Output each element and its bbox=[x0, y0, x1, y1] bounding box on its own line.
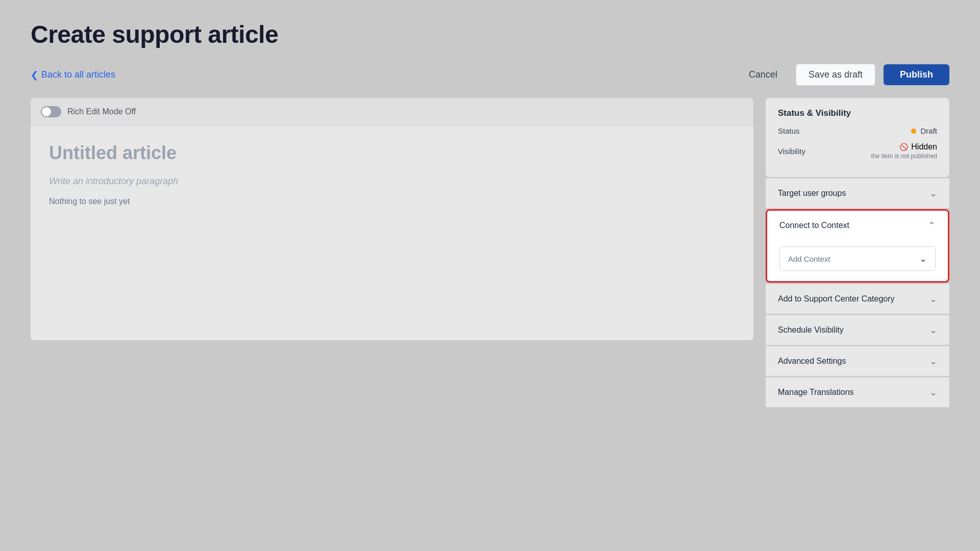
hidden-eye-icon: 🚫 bbox=[899, 143, 908, 151]
rich-edit-toggle[interactable] bbox=[41, 106, 61, 117]
support-center-title: Add to Support Center Category bbox=[778, 294, 895, 304]
rich-edit-bar: Rich Edit Mode Off bbox=[31, 98, 753, 126]
visibility-col: 🚫 Hidden the item is not published bbox=[871, 142, 937, 160]
add-context-label: Add Context bbox=[788, 255, 830, 263]
article-title[interactable]: Untitled article bbox=[49, 142, 735, 164]
advanced-settings-title: Advanced Settings bbox=[778, 357, 846, 366]
target-user-groups-header[interactable]: Target user groups ⌄ bbox=[766, 179, 949, 208]
schedule-visibility-header[interactable]: Schedule Visibility ⌄ bbox=[766, 315, 949, 345]
draft-dot-icon bbox=[911, 129, 916, 134]
back-to-articles-link[interactable]: ❮ Back to all articles bbox=[31, 69, 115, 81]
schedule-visibility-section: Schedule Visibility ⌄ bbox=[766, 315, 949, 345]
status-visibility-title: Status & Visibility bbox=[778, 108, 937, 118]
editor-body[interactable]: Untitled article Write an introductory p… bbox=[31, 126, 753, 340]
visibility-row: Visibility 🚫 Hidden the item is not publ… bbox=[778, 142, 937, 160]
add-context-dropdown[interactable]: Add Context ⌄ bbox=[779, 246, 936, 271]
page-title: Create support article bbox=[31, 20, 949, 48]
target-user-groups-section: Target user groups ⌄ bbox=[766, 178, 949, 208]
visibility-value: 🚫 Hidden bbox=[899, 142, 937, 152]
rich-edit-label: Rich Edit Mode Off bbox=[67, 107, 136, 116]
top-actions: Cancel Save as draft Publish bbox=[739, 64, 949, 86]
manage-translations-chevron-icon: ⌄ bbox=[929, 387, 937, 398]
connect-to-context-section: Connect to Context ⌃ Add Context ⌄ bbox=[766, 209, 949, 283]
connect-to-context-header[interactable]: Connect to Context ⌃ bbox=[767, 211, 948, 240]
add-context-chevron-icon: ⌄ bbox=[919, 253, 927, 264]
advanced-settings-header[interactable]: Advanced Settings ⌄ bbox=[766, 346, 949, 376]
schedule-visibility-chevron-icon: ⌄ bbox=[929, 324, 937, 336]
cancel-button[interactable]: Cancel bbox=[739, 64, 788, 85]
support-center-section: Add to Support Center Category ⌄ bbox=[766, 284, 949, 314]
manage-translations-header[interactable]: Manage Translations ⌄ bbox=[766, 378, 949, 407]
main-content: Rich Edit Mode Off Untitled article Writ… bbox=[31, 98, 949, 408]
back-link-label: Back to all articles bbox=[41, 69, 115, 80]
support-center-header[interactable]: Add to Support Center Category ⌄ bbox=[766, 284, 949, 314]
publish-button[interactable]: Publish bbox=[884, 64, 949, 85]
status-value: Draft bbox=[911, 127, 937, 135]
status-label: Status bbox=[778, 127, 800, 135]
connect-to-context-title: Connect to Context bbox=[779, 221, 849, 230]
sidebar-panel: Status & Visibility Status Draft Visibil… bbox=[766, 98, 949, 408]
status-row: Status Draft bbox=[778, 127, 937, 135]
back-chevron-icon: ❮ bbox=[31, 69, 38, 81]
target-user-groups-chevron-icon: ⌄ bbox=[929, 188, 937, 199]
visibility-label: Visibility bbox=[778, 147, 805, 156]
advanced-settings-section: Advanced Settings ⌄ bbox=[766, 346, 949, 376]
connect-to-context-body: Add Context ⌄ bbox=[767, 240, 948, 281]
visibility-sub-text: the item is not published bbox=[871, 153, 937, 160]
manage-translations-title: Manage Translations bbox=[778, 388, 854, 397]
save-draft-button[interactable]: Save as draft bbox=[796, 64, 875, 86]
status-text: Draft bbox=[920, 127, 937, 135]
advanced-settings-chevron-icon: ⌄ bbox=[929, 356, 937, 367]
intro-paragraph[interactable]: Write an introductory paragraph bbox=[49, 176, 735, 187]
top-bar: ❮ Back to all articles Cancel Save as dr… bbox=[31, 64, 949, 86]
manage-translations-section: Manage Translations ⌄ bbox=[766, 377, 949, 407]
schedule-visibility-title: Schedule Visibility bbox=[778, 325, 844, 335]
support-center-chevron-icon: ⌄ bbox=[929, 293, 937, 305]
connect-to-context-chevron-icon: ⌃ bbox=[928, 220, 936, 231]
status-visibility-section: Status & Visibility Status Draft Visibil… bbox=[766, 98, 949, 177]
target-user-groups-title: Target user groups bbox=[778, 189, 846, 198]
editor-panel: Rich Edit Mode Off Untitled article Writ… bbox=[31, 98, 753, 340]
empty-state-text: Nothing to see just yet bbox=[49, 197, 735, 206]
visibility-text: Hidden bbox=[911, 142, 937, 152]
